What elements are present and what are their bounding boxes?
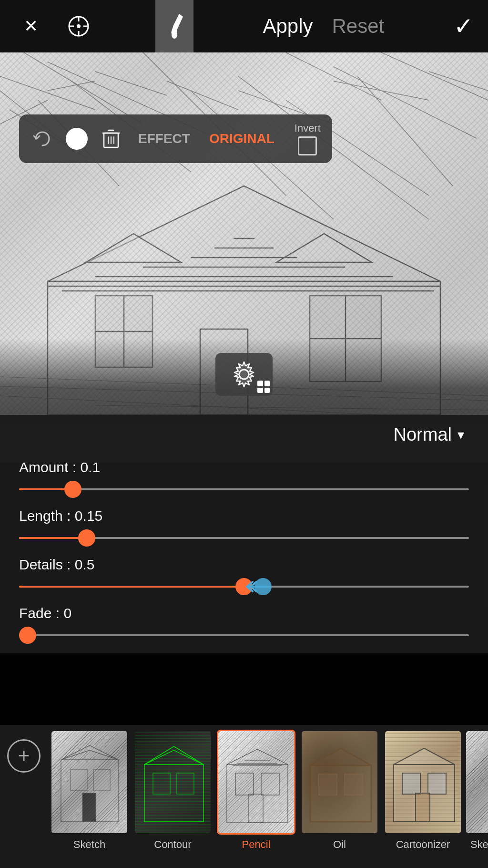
svg-rect-87 [416,793,430,822]
filter-preview-sketch2 [466,731,488,833]
length-label: Length : 0.15 [19,508,469,524]
filter-item-oil[interactable]: Oil [298,730,381,851]
amount-slider[interactable] [19,482,469,496]
filter-preview-oil [302,731,377,833]
filter-label-contour: Contour [154,838,191,851]
details-slider-group: Details : 0.5 [19,557,469,594]
length-fill [19,537,87,539]
length-slider-group: Length : 0.15 [19,508,469,545]
toolbar-overlay: EFFECT ORIGINAL Invert [19,114,332,163]
filter-preview-sketch [51,731,127,833]
svg-rect-73 [235,773,254,795]
filter-item-cartoonizer[interactable]: Cartoonizer [381,730,465,851]
chevron-down-icon[interactable]: ▾ [458,427,464,443]
filter-preview-contour [135,731,211,833]
controls-area: Normal ▾ Amount : 0.1 Length : 0.15 Deta… [0,415,488,653]
length-thumb[interactable] [78,529,95,547]
svg-rect-65 [93,769,110,791]
fade-track [19,634,469,636]
filter-thumb-contour [133,730,212,835]
reset-button[interactable]: Reset [323,15,394,38]
invert-toggle[interactable] [298,136,317,155]
filter-label-sketch: Sketch [73,838,105,851]
svg-rect-81 [319,774,337,795]
undo-button[interactable] [30,127,54,151]
trash-button[interactable] [99,127,123,151]
filter-item-pencil[interactable]: Pencil [214,730,298,851]
svg-rect-71 [218,731,295,835]
gear-icon [230,360,258,389]
filter-item-contour[interactable]: Contour [131,730,214,851]
filter-label-cartoonizer: Cartoonizer [396,838,450,851]
fade-thumb[interactable] [19,627,36,644]
apply-button[interactable]: Apply [253,15,322,38]
filter-label-sketch2: Ske... [470,838,488,851]
filter-strip: + Sketch [0,725,488,868]
effect-tab[interactable]: EFFECT [134,131,194,146]
filter-label-oil: Oil [333,838,346,851]
settings-icon-area[interactable] [215,353,273,396]
filter-preview-pencil [218,731,294,833]
details-fill [19,586,244,588]
details-label: Details : 0.5 [19,557,469,573]
amount-label: Amount : 0.1 [19,459,469,475]
svg-rect-69 [153,773,170,794]
top-bar-center: Apply Reset [253,15,394,38]
filter-thumb-oil [300,730,379,835]
filter-thumb-cartoonizer [384,730,462,835]
fade-slider[interactable] [19,628,469,642]
svg-rect-66 [82,793,96,822]
svg-rect-85 [402,773,420,794]
top-bar: ✕ Apply Reset ✓ [0,0,488,52]
plus-icon[interactable]: + [7,739,41,773]
filter-thumb-sketch2 [465,730,488,835]
filter-thumb-pencil [217,730,295,835]
amount-track [19,488,469,490]
top-bar-left: ✕ [14,10,95,43]
svg-rect-70 [177,773,194,794]
svg-rect-75 [249,794,263,823]
confirm-button[interactable]: ✓ [454,12,474,40]
grid-icon [257,381,270,393]
mode-selector: Normal ▾ [19,424,469,445]
svg-rect-64 [71,769,87,791]
filter-thumb-sketch [50,730,129,835]
length-slider[interactable] [19,531,469,545]
crosshair-button[interactable] [62,10,95,43]
brush-button[interactable] [155,0,193,52]
add-filter-button[interactable]: + [0,730,48,858]
length-track [19,537,469,539]
amount-thumb[interactable] [64,481,81,498]
svg-rect-82 [345,774,363,795]
svg-point-5 [77,24,81,28]
original-tab[interactable]: ORIGINAL [205,131,278,146]
invert-section: Invert [295,122,321,155]
mode-label[interactable]: Normal [394,424,452,445]
filter-preview-cartoonizer [385,731,461,833]
details-arrow-icon [239,575,273,599]
fade-label: Fade : 0 [19,605,469,621]
filter-item-sketch[interactable]: Sketch [48,730,131,851]
svg-point-6 [172,31,177,39]
filter-label-pencil: Pencil [242,838,271,851]
amount-slider-group: Amount : 0.1 [19,459,469,496]
svg-rect-86 [428,773,446,794]
filter-item-sketch2[interactable]: Ske... [465,730,488,851]
fade-slider-group: Fade : 0 [19,605,469,642]
close-button[interactable]: ✕ [14,10,48,43]
brush-size-indicator[interactable] [66,128,88,150]
details-slider[interactable] [19,579,469,594]
svg-rect-74 [261,773,279,795]
invert-label: Invert [295,122,321,134]
